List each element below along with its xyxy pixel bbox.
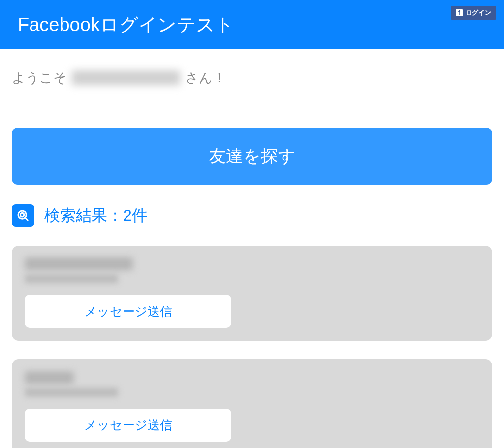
friend-name-blurred <box>25 257 133 270</box>
results-title: 検索結果：2件 <box>44 205 148 226</box>
app-header: Facebookログインテスト f ログイン <box>0 0 504 49</box>
welcome-message: ようこそ さん！ <box>12 69 492 87</box>
results-header: 検索結果：2件 <box>12 204 492 227</box>
search-icon <box>12 204 34 227</box>
friend-name-blurred <box>25 371 74 384</box>
friend-id-blurred <box>25 274 118 283</box>
svg-line-2 <box>25 218 28 221</box>
page-title: Facebookログインテスト <box>18 12 234 37</box>
find-friends-button[interactable]: 友達を探す <box>12 128 492 185</box>
svg-point-0 <box>18 211 26 219</box>
fb-login-label: ログイン <box>466 8 491 17</box>
welcome-suffix: さん！ <box>185 69 226 87</box>
svg-point-1 <box>20 213 24 217</box>
send-message-button[interactable]: メッセージ送信 <box>25 295 231 328</box>
result-card: メッセージ送信 <box>12 359 492 448</box>
send-message-button[interactable]: メッセージ送信 <box>25 409 231 442</box>
result-card: メッセージ送信 <box>12 246 492 341</box>
user-name-blurred <box>72 70 180 85</box>
welcome-prefix: ようこそ <box>12 69 67 87</box>
fb-login-button[interactable]: f ログイン <box>451 6 496 20</box>
friend-id-blurred <box>25 388 118 397</box>
main-content: ようこそ さん！ 友達を探す 検索結果：2件 メッセージ送信 メッセージ送信 <box>0 49 504 448</box>
facebook-icon: f <box>456 9 463 16</box>
